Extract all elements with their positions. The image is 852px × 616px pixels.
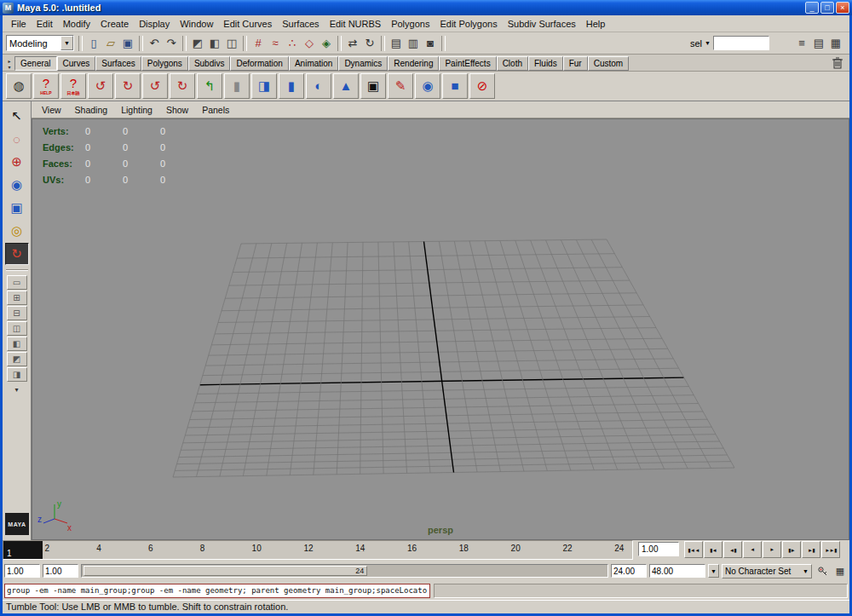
go-to-range-start-button[interactable]: ▮◄◄ xyxy=(684,541,703,558)
shelf-tab-deformation[interactable]: Deformation xyxy=(230,56,288,71)
menu-item-window[interactable]: Window xyxy=(175,17,218,31)
shelf-tab-custom[interactable]: Custom xyxy=(588,56,629,71)
step-back-frame-button[interactable]: ▮◄ xyxy=(704,541,722,558)
shelf-tab-rendering[interactable]: Rendering xyxy=(388,56,439,71)
shelf-tab-surfaces[interactable]: Surfaces xyxy=(95,56,141,71)
show-manipulator-tool[interactable]: ◎ xyxy=(5,220,29,242)
menu-item-edit[interactable]: Edit xyxy=(32,17,58,31)
shelf-delete-icon[interactable]: ⊘ xyxy=(469,73,495,99)
status-section-divider[interactable] xyxy=(182,36,187,51)
panel-menu-lighting[interactable]: Lighting xyxy=(114,105,159,115)
shelf-snap-magnet-icon[interactable]: ◉ xyxy=(415,73,440,99)
status-section-divider[interactable] xyxy=(381,36,385,51)
shelf-tab-subdivs[interactable]: Subdivs xyxy=(188,56,231,71)
snap-grid-icon[interactable]: # xyxy=(250,35,267,52)
menu-item-subdiv-surfaces[interactable]: Subdiv Surfaces xyxy=(503,17,581,31)
undo-icon[interactable]: ↶ xyxy=(146,35,163,52)
shelf-rotate-all-icon[interactable]: ↻ xyxy=(170,73,195,99)
time-slider-track[interactable]: 24681012141618202224 1 xyxy=(3,540,633,560)
shelf-help-japanese-icon[interactable]: ?日本語 xyxy=(60,73,86,99)
open-scene-icon[interactable]: ▱ xyxy=(102,35,119,52)
current-time-field[interactable] xyxy=(638,542,679,556)
menu-item-edit-polygons[interactable]: Edit Polygons xyxy=(435,17,502,31)
play-forwards-button[interactable]: ► xyxy=(763,541,781,558)
menu-item-display[interactable]: Display xyxy=(134,17,175,31)
viewport[interactable]: Verts:000Edges:000Faces:000UVs:000 y z x… xyxy=(32,118,849,540)
shelf-sphere-icon[interactable]: ◍ xyxy=(6,73,32,99)
panel-menu-shading[interactable]: Shading xyxy=(68,105,115,115)
shelf-poly-sphere-icon[interactable]: ◐ xyxy=(306,73,331,99)
snap-curve-icon[interactable]: ≈ xyxy=(267,35,284,52)
shelf-tab-painteffects[interactable]: PaintEffects xyxy=(439,56,496,71)
animation-start-field[interactable] xyxy=(4,564,40,578)
construction-history-icon[interactable]: ↻ xyxy=(361,35,378,52)
current-tool-tumble[interactable]: ↻ xyxy=(5,243,29,265)
move-tool[interactable]: ⊕ xyxy=(5,151,29,173)
two-pane-stacked-layout-button[interactable]: ⊟ xyxy=(7,306,27,320)
title-bar[interactable]: M Maya 5.0: .\untitled _ □ × xyxy=(0,0,852,15)
show-channel-box-icon[interactable]: ▦ xyxy=(827,35,844,52)
shelf-poly-cylinder-icon[interactable]: ▮ xyxy=(279,73,304,99)
menu-item-modify[interactable]: Modify xyxy=(58,17,95,31)
input-connections-icon[interactable]: ⇄ xyxy=(344,35,361,52)
quick-selection-input[interactable] xyxy=(713,36,769,50)
shelf-tab-fur[interactable]: Fur xyxy=(563,56,588,71)
four-pane-layout-button[interactable]: ⊞ xyxy=(7,291,27,305)
panel-menu-show[interactable]: Show xyxy=(159,105,195,115)
status-section-divider[interactable] xyxy=(441,36,446,51)
single-pane-layout-button[interactable]: ▭ xyxy=(7,275,27,290)
command-input[interactable] xyxy=(4,584,430,598)
new-scene-icon[interactable]: ▯ xyxy=(85,35,102,52)
shelf-trash-icon[interactable] xyxy=(831,56,844,70)
minimize-button[interactable]: _ xyxy=(805,2,819,14)
menu-item-edit-nurbs[interactable]: Edit NURBS xyxy=(325,17,387,31)
select-hierarchy-icon[interactable]: ◩ xyxy=(189,35,206,52)
current-frame-marker[interactable]: 1 xyxy=(3,541,43,559)
shelf-rotate-x-icon[interactable]: ↺ xyxy=(88,73,113,99)
character-set-selector[interactable]: No Character Set ▼ xyxy=(722,564,812,579)
persp-graph-layout-button[interactable]: ◩ xyxy=(7,352,27,366)
shelf-cube-icon[interactable]: ■ xyxy=(442,73,468,99)
shelf-paint-icon[interactable]: ✎ xyxy=(388,73,413,99)
save-scene-icon[interactable]: ▣ xyxy=(119,35,136,52)
render-frame-icon[interactable]: ▤ xyxy=(388,35,405,52)
menu-set-selector[interactable]: Modeling ▼ xyxy=(6,35,74,51)
menu-item-edit-curves[interactable]: Edit Curves xyxy=(218,17,277,31)
close-button[interactable]: × xyxy=(836,2,849,14)
status-section-divider[interactable] xyxy=(78,36,83,51)
shelf-tab-general[interactable]: General xyxy=(14,56,57,71)
playback-end-field[interactable] xyxy=(611,564,647,578)
rotate-tool[interactable]: ◉ xyxy=(5,174,29,196)
playback-start-field[interactable] xyxy=(43,564,78,578)
select-component-icon[interactable]: ◫ xyxy=(223,35,240,52)
shelf-rotate-z-icon[interactable]: ↺ xyxy=(142,73,168,99)
range-preset-dropdown[interactable]: ▼ xyxy=(708,564,719,578)
shelf-cylinder-icon[interactable]: ▮ xyxy=(224,73,250,99)
make-live-icon[interactable]: ◈ xyxy=(318,35,335,52)
ipr-render-icon[interactable]: ▥ xyxy=(405,35,422,52)
shelf-poly-cube-icon[interactable]: ◨ xyxy=(251,73,277,99)
step-forward-key-button[interactable]: ▮► xyxy=(782,541,801,558)
step-forward-frame-button[interactable]: ►▮ xyxy=(802,541,820,558)
scale-tool[interactable]: ▣ xyxy=(5,197,29,219)
toolbox-scroll-button[interactable]: ▾ xyxy=(14,386,18,394)
hypershade-persp-layout-button[interactable]: ◨ xyxy=(7,367,27,382)
play-backwards-button[interactable]: ◄ xyxy=(743,541,762,558)
animation-end-field[interactable] xyxy=(649,564,705,578)
menu-item-create[interactable]: Create xyxy=(95,17,134,31)
lasso-select-tool[interactable]: ◌ xyxy=(5,128,29,150)
shelf-tab-curves[interactable]: Curves xyxy=(57,56,96,71)
shelf-tab-polygons[interactable]: Polygons xyxy=(141,56,188,71)
auto-keyframe-toggle[interactable] xyxy=(815,563,830,579)
shelf-menu-arrows[interactable]: ▸▾ xyxy=(4,59,14,71)
show-tool-settings-icon[interactable]: ▤ xyxy=(810,35,827,52)
sel-dropdown-icon[interactable]: ▼ xyxy=(703,40,712,46)
redo-icon[interactable]: ↷ xyxy=(163,35,180,52)
persp-outliner-layout-button[interactable]: ◧ xyxy=(7,337,27,351)
range-slider-handle[interactable]: 24 xyxy=(83,566,367,576)
snap-point-icon[interactable]: ∴ xyxy=(284,35,301,52)
show-attribute-editor-icon[interactable]: ≡ xyxy=(793,35,810,52)
status-section-divider[interactable] xyxy=(139,36,143,51)
animation-preferences-button[interactable]: ▦ xyxy=(832,563,848,579)
status-section-divider[interactable] xyxy=(337,36,342,51)
